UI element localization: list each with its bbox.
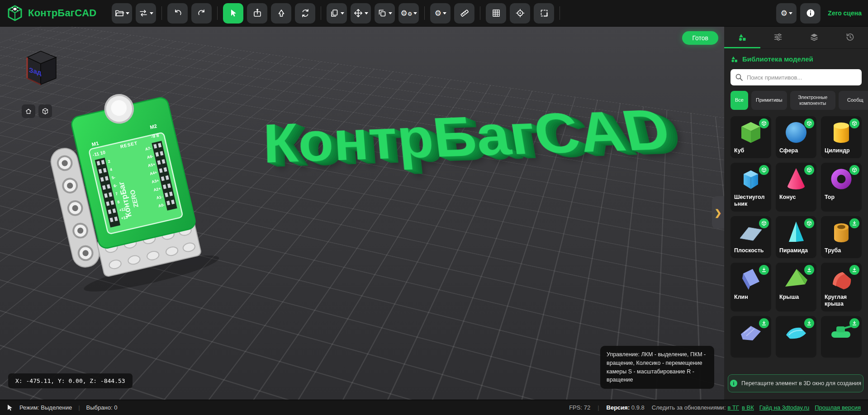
gear-icon: ⚙ bbox=[435, 9, 441, 17]
copy-button[interactable] bbox=[327, 3, 347, 24]
toolbar-separator bbox=[321, 6, 321, 20]
library-item-model-1[interactable] bbox=[730, 316, 771, 358]
library-item-label bbox=[825, 347, 858, 354]
download-badge bbox=[849, 218, 859, 228]
folder-open-icon bbox=[114, 8, 124, 18]
library-item-cylinder[interactable]: Цилиндр bbox=[821, 116, 862, 158]
info-icon: i bbox=[730, 380, 737, 387]
undo-button[interactable] bbox=[167, 3, 188, 24]
grid-icon bbox=[491, 8, 501, 18]
panel-collapse-handle[interactable]: ❯ bbox=[712, 196, 724, 229]
select-tool-button[interactable] bbox=[223, 3, 243, 24]
vk-link[interactable]: в ВК bbox=[742, 404, 754, 411]
chevron-right-icon: ❯ bbox=[715, 208, 722, 218]
pin-box-icon bbox=[252, 8, 262, 18]
mode-label: Режим: Выделение bbox=[19, 404, 72, 411]
updates-label: Следить за обновлениями: bbox=[652, 404, 726, 411]
search-input[interactable] bbox=[730, 69, 862, 85]
ready-status-pill[interactable]: Готов bbox=[682, 31, 718, 45]
library-item-round-roof[interactable]: Круглая крыша bbox=[821, 263, 862, 311]
filter-community[interactable]: Сообщ bbox=[839, 91, 868, 110]
statusbar-links: в ТГ в ВК Гайд на 3dtoday.ru Прошлая вер… bbox=[728, 404, 861, 411]
library-item-tube[interactable]: Труба bbox=[821, 216, 862, 258]
home-view-button[interactable] bbox=[22, 104, 35, 118]
library-item-torus[interactable]: Тор bbox=[821, 163, 862, 212]
controller-board-model[interactable]: -11 10 M1 RESET -9 8 M2 КонтрБаг ZERO 2 … bbox=[38, 80, 219, 292]
previous-version-link[interactable]: Прошлая версия bbox=[815, 404, 861, 411]
auto-actions-button[interactable]: ⚙⚙ bbox=[398, 3, 419, 24]
library-item-cube[interactable]: Куб bbox=[730, 116, 771, 158]
move-button[interactable] bbox=[351, 3, 371, 24]
panel-title: Библиотека моделей bbox=[742, 55, 813, 63]
panel-title-row: Библиотека моделей bbox=[730, 55, 862, 63]
library-item-label: Плоскость bbox=[734, 247, 768, 255]
library-item-wedge[interactable]: Клин bbox=[730, 263, 771, 311]
toolbar-separator bbox=[161, 6, 162, 20]
region-select-button[interactable] bbox=[534, 3, 554, 24]
chevron-down-icon bbox=[443, 12, 446, 16]
drag-hint-text: Перетащите элемент в 3D окно для создани… bbox=[741, 380, 861, 387]
bug-cube-logo-icon bbox=[6, 5, 24, 22]
toolbar-separator bbox=[480, 6, 480, 20]
library-item-label: Цилиндр bbox=[825, 147, 858, 155]
rotate-tool-button[interactable] bbox=[295, 3, 315, 24]
raise-tool-button[interactable] bbox=[271, 3, 291, 24]
iso-view-button[interactable] bbox=[38, 104, 52, 118]
target-icon bbox=[515, 8, 525, 18]
library-item-cone[interactable]: Конус bbox=[776, 163, 816, 212]
telegram-link[interactable]: в ТГ bbox=[728, 404, 740, 411]
place-tool-button[interactable] bbox=[247, 3, 267, 24]
measure-button[interactable] bbox=[454, 3, 474, 24]
library-panel: Библиотека моделей Все Примитивы Электро… bbox=[724, 49, 868, 400]
viewport-3d[interactable]: КонтрБагCAD bbox=[0, 27, 724, 400]
filter-all[interactable]: Все bbox=[730, 91, 748, 110]
library-item-roof[interactable]: Крыша bbox=[776, 263, 816, 311]
tool-settings-button[interactable]: ⚙ bbox=[430, 3, 451, 24]
open-file-button[interactable] bbox=[112, 3, 132, 24]
chevron-down-icon bbox=[126, 12, 129, 16]
redo-button[interactable] bbox=[191, 3, 212, 24]
info-icon bbox=[806, 8, 816, 18]
redo-icon bbox=[197, 8, 207, 18]
filter-buttons: Все Примитивы Электронные компоненты Соо… bbox=[730, 91, 868, 110]
cursor-icon bbox=[228, 8, 238, 18]
grid-toggle-button[interactable] bbox=[486, 3, 506, 24]
focus-origin-button[interactable] bbox=[510, 3, 530, 24]
view-cube[interactable]: Зад bbox=[17, 44, 64, 91]
primitive-badge bbox=[849, 118, 859, 128]
cube-icon bbox=[42, 108, 49, 115]
undo-icon bbox=[173, 8, 183, 18]
move-arrows-icon bbox=[353, 8, 363, 18]
tab-properties[interactable] bbox=[760, 27, 797, 48]
tab-history[interactable] bbox=[832, 27, 868, 48]
library-item-plane[interactable]: Плоскость bbox=[730, 216, 771, 258]
app-title: КонтрБагCAD bbox=[28, 7, 96, 19]
info-button[interactable] bbox=[800, 3, 821, 24]
download-badge bbox=[849, 318, 859, 328]
primitive-badge bbox=[759, 118, 769, 128]
library-item-hexprism[interactable]: Шестиугольник bbox=[730, 163, 771, 212]
tab-layers[interactable] bbox=[796, 27, 832, 48]
duplicate-button[interactable] bbox=[375, 3, 395, 24]
guide-link[interactable]: Гайд на 3dtoday.ru bbox=[759, 404, 810, 411]
download-badge bbox=[804, 265, 814, 275]
library-item-model-2[interactable] bbox=[776, 316, 816, 358]
download-badge bbox=[849, 265, 859, 275]
library-item-sphere[interactable]: Сфера bbox=[776, 116, 816, 158]
search-icon bbox=[735, 73, 743, 81]
filter-primitives[interactable]: Примитивы bbox=[751, 91, 787, 110]
library-item-pyramid[interactable]: Пирамида bbox=[776, 216, 816, 258]
import-export-button[interactable] bbox=[136, 3, 156, 24]
drag-hint-notice: i Перетащите элемент в 3D окно для созда… bbox=[728, 374, 863, 392]
download-badge bbox=[759, 318, 769, 328]
library-item-label: Тор bbox=[825, 194, 858, 201]
tab-library[interactable] bbox=[724, 27, 760, 48]
primitive-badge bbox=[804, 165, 814, 175]
chevron-down-icon bbox=[150, 12, 153, 16]
sync-rotate-icon bbox=[300, 8, 310, 18]
filter-electronic-components[interactable]: Электронные компоненты bbox=[790, 91, 835, 110]
library-item-label: Куб bbox=[734, 147, 768, 155]
statusbar-separator: | bbox=[78, 404, 80, 411]
app-settings-button[interactable]: ⚙ bbox=[776, 3, 797, 24]
library-item-model-3[interactable] bbox=[821, 316, 862, 358]
